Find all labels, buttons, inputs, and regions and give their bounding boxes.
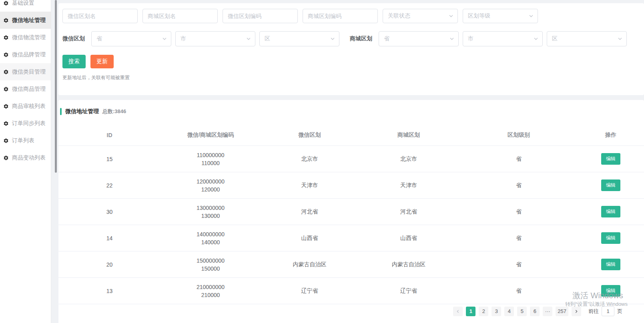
header-actions: 操作 [579, 132, 643, 139]
edit-button[interactable]: 编辑 [601, 259, 620, 270]
wechat-province-select[interactable]: 省 [91, 31, 171, 46]
update-button[interactable]: 更新 [90, 55, 114, 68]
page-button-4[interactable]: 4 [504, 307, 514, 316]
mall-code: 140000 [160, 238, 261, 246]
chevron-down-icon [534, 36, 538, 41]
cell-wechat-region: 辽宁省 [261, 287, 359, 295]
cell-id: 15 [58, 156, 160, 162]
gear-icon [3, 155, 9, 161]
mall-region-label: 商城区划 [350, 35, 372, 42]
sidebar-item-label: 微信品牌管理 [12, 51, 46, 58]
table-row: 20 150000000 150000 内蒙古自治区 内蒙古自治区 省 编辑 [58, 251, 644, 278]
mall-district-select[interactable]: 区 [547, 31, 627, 46]
mall-province-select[interactable]: 省 [379, 31, 459, 46]
chevron-left-icon [456, 309, 460, 313]
page-ellipsis-button[interactable]: ··· [543, 307, 552, 316]
wechat-city-select[interactable]: 市 [175, 31, 255, 46]
wechat-code: 120000000 [160, 177, 261, 185]
sidebar-item-wechat-logistics[interactable]: 微信物流管理 [0, 29, 51, 46]
table-row: 22 120000000 120000 天津市 天津市 省 编辑 [58, 172, 644, 199]
filter-row-1: 关联状态 区划等级 [62, 9, 538, 23]
pagination: 1 2 3 4 5 6 ··· 257 前往 页 [453, 306, 622, 316]
goto-label: 前往 [588, 308, 599, 315]
sidebar-item-wechat-product[interactable]: 微信商品管理 [0, 80, 51, 98]
page-button-2[interactable]: 2 [479, 307, 488, 316]
goto-page-group: 前往 页 [588, 306, 622, 316]
filter-row-2: 微信区划 省 市 区 商城区划 省 市 区 [62, 31, 627, 46]
cell-wechat-region: 内蒙古自治区 [261, 261, 359, 268]
chevron-down-icon [529, 14, 534, 18]
cell-mall-region: 河北省 [359, 208, 459, 215]
sidebar: 基础设置 微信地址管理 微信物流管理 微信品牌管理 微信类目管理 微信商品管理 … [0, 0, 51, 323]
cell-wechat-region: 天津市 [261, 182, 359, 189]
page-button-257[interactable]: 257 [556, 307, 568, 316]
cell-codes: 140000000 140000 [160, 230, 261, 246]
filter-actions: 搜索 更新 [62, 55, 114, 68]
wechat-region-code-input[interactable] [223, 9, 298, 23]
next-page-button[interactable] [572, 307, 581, 316]
chevron-down-icon [246, 36, 251, 41]
address-table: ID 微信/商城区划编码 微信区划 商城区划 区划级别 操作 15 110000… [58, 125, 644, 304]
edit-button[interactable]: 编辑 [601, 153, 620, 165]
cell-id: 14 [58, 235, 160, 241]
header-id: ID [58, 132, 160, 138]
mall-region-code-input[interactable] [303, 9, 378, 23]
sidebar-item-product-review-list[interactable]: 商品审核列表 [0, 98, 51, 115]
mall-code: 130000 [160, 212, 261, 220]
edit-button[interactable]: 编辑 [601, 206, 620, 217]
cell-level: 省 [459, 287, 579, 295]
table-row: 14 140000000 140000 山西省 山西省 省 编辑 [58, 225, 644, 251]
sidebar-item-order-sync-list[interactable]: 订单同步列表 [0, 115, 51, 132]
relation-status-select[interactable]: 关联状态 [383, 9, 458, 23]
prev-page-button[interactable] [453, 307, 463, 316]
page-button-3[interactable]: 3 [492, 307, 501, 316]
edit-button[interactable]: 编辑 [601, 285, 620, 297]
sidebar-scrollbar[interactable] [55, 0, 57, 173]
sidebar-item-label: 基础设置 [12, 0, 34, 7]
division-level-select[interactable]: 区划等级 [463, 9, 538, 23]
edit-button[interactable]: 编辑 [601, 179, 620, 191]
cell-id: 20 [58, 261, 160, 268]
chevron-down-icon [449, 36, 454, 41]
division-level-placeholder: 区划等级 [468, 12, 490, 20]
chevron-down-icon [618, 36, 622, 41]
goto-page-input[interactable] [602, 306, 614, 316]
wechat-district-select[interactable]: 区 [259, 31, 339, 46]
district-placeholder: 区 [265, 35, 270, 42]
wechat-code: 140000000 [160, 230, 261, 238]
sidebar-item-wechat-category[interactable]: 微信类目管理 [0, 63, 51, 80]
sidebar-item-wechat-address[interactable]: 微信地址管理 [0, 12, 51, 29]
gear-icon [3, 104, 9, 109]
header-wechat-region: 微信区划 [261, 132, 359, 139]
cell-mall-region: 北京市 [359, 156, 459, 163]
sidebar-item-product-change-list[interactable]: 商品变动列表 [0, 149, 51, 166]
table-row: 13 210000000 210000 辽宁省 辽宁省 省 编辑 [58, 278, 644, 304]
gear-icon [3, 138, 9, 144]
wechat-region-name-input[interactable] [62, 9, 138, 23]
cell-wechat-region: 山西省 [261, 235, 359, 242]
wechat-code: 110000000 [160, 151, 261, 159]
cell-codes: 150000000 150000 [160, 257, 261, 273]
city-placeholder: 市 [181, 35, 186, 42]
search-button[interactable]: 搜索 [62, 55, 86, 68]
update-warning-note: 更新地址后，关联有可能被重置 [62, 74, 130, 81]
page-unit-label: 页 [617, 308, 622, 315]
chevron-down-icon [330, 36, 335, 41]
edit-button[interactable]: 编辑 [601, 232, 620, 244]
section-title: 微信地址管理 总数:3846 [60, 108, 126, 115]
page-button-5[interactable]: 5 [517, 307, 527, 316]
page-button-6[interactable]: 6 [530, 307, 540, 316]
page-button-1[interactable]: 1 [466, 307, 475, 316]
sidebar-item-basic-settings[interactable]: 基础设置 [0, 0, 51, 12]
district-placeholder: 区 [552, 35, 558, 42]
mall-region-name-input[interactable] [142, 9, 218, 23]
sidebar-item-wechat-brand[interactable]: 微信品牌管理 [0, 46, 51, 63]
sidebar-item-order-list[interactable]: 订单列表 [0, 132, 51, 149]
cell-level: 省 [459, 235, 579, 242]
cell-codes: 210000000 210000 [160, 283, 261, 299]
header-code: 微信/商城区划编码 [160, 132, 261, 139]
cell-mall-region: 内蒙古自治区 [359, 261, 459, 268]
mall-code: 210000 [160, 291, 261, 299]
mall-city-select[interactable]: 市 [463, 31, 543, 46]
mall-code: 150000 [160, 265, 261, 273]
